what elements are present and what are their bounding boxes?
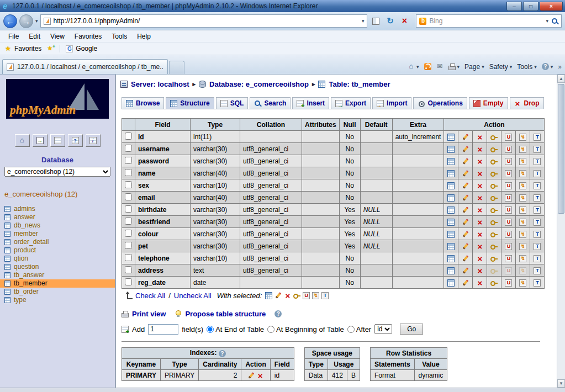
tab-drop[interactable]: Drop: [510, 97, 544, 109]
scrollbar-thumb[interactable]: [558, 84, 564, 214]
logout-button[interactable]: [33, 134, 47, 147]
unique-icon[interactable]: [505, 170, 512, 177]
menu-edit[interactable]: Edit: [24, 31, 45, 42]
drop-icon[interactable]: [476, 206, 483, 214]
row-checkbox[interactable]: [125, 205, 132, 213]
browser-tab[interactable]: 127.0.0.1 / localhost / e_comerceoilshop…: [2, 59, 168, 74]
primary-icon[interactable]: [490, 134, 498, 141]
fulltext-icon[interactable]: [534, 206, 541, 214]
browse-icon[interactable]: [447, 206, 455, 214]
tab-import[interactable]: Import: [372, 97, 411, 109]
history-dropdown-caret[interactable]: ▾: [35, 18, 38, 24]
read-mail-button[interactable]: [436, 63, 443, 70]
index-icon[interactable]: [519, 255, 526, 262]
vertical-scrollbar[interactable]: ▲ ▼: [557, 75, 565, 388]
fulltext-icon[interactable]: [534, 255, 541, 262]
unique-icon[interactable]: [505, 146, 512, 153]
change-icon[interactable]: [462, 267, 469, 274]
url-input[interactable]: [54, 17, 359, 25]
new-tab-button[interactable]: [169, 61, 184, 74]
print-button[interactable]: ▾: [448, 63, 460, 70]
sidebar-table-product[interactable]: product: [0, 246, 115, 255]
index-icon[interactable]: [519, 219, 526, 226]
index-icon[interactable]: [519, 267, 526, 274]
indexes-help-icon[interactable]: [219, 350, 226, 357]
drop-icon[interactable]: [476, 158, 483, 165]
edit-index-icon[interactable]: [247, 372, 255, 379]
change-icon[interactable]: [462, 170, 469, 177]
fulltext-icon[interactable]: [534, 219, 541, 226]
horizontal-scrollbar[interactable]: [0, 388, 565, 392]
drop-icon[interactable]: [476, 255, 483, 262]
menu-help[interactable]: Help: [132, 31, 156, 42]
safety-menu[interactable]: Safety▾: [489, 63, 513, 71]
drop-icon[interactable]: [476, 267, 483, 274]
unique-icon[interactable]: [505, 231, 512, 238]
sidebar-table-qtion[interactable]: qtion: [0, 255, 115, 263]
minimize-button[interactable]: –: [506, 2, 522, 11]
change-icon[interactable]: [462, 158, 469, 165]
sidebar-table-tb_answer[interactable]: tb_answer: [0, 271, 115, 279]
sidebar-table-answer[interactable]: answer: [0, 213, 115, 221]
sidebar-table-question[interactable]: question: [0, 263, 115, 271]
menu-favorites[interactable]: Favorites: [70, 31, 107, 42]
fulltext-icon[interactable]: [534, 243, 541, 250]
with-selected-drop-icon[interactable]: [284, 292, 291, 299]
tab-browse[interactable]: Browse: [122, 97, 164, 109]
primary-icon[interactable]: [490, 231, 498, 238]
with-selected-browse-icon[interactable]: [265, 292, 272, 299]
search-input[interactable]: [445, 17, 543, 25]
row-checkbox[interactable]: [125, 133, 132, 140]
add-favorite-icon[interactable]: [47, 45, 54, 52]
row-checkbox[interactable]: [125, 145, 132, 152]
with-selected-fulltext-icon[interactable]: [321, 292, 329, 299]
favorite-google[interactable]: Google: [66, 45, 97, 52]
index-icon[interactable]: [519, 146, 526, 153]
row-checkbox[interactable]: [125, 169, 132, 176]
browse-icon[interactable]: [447, 146, 455, 153]
fulltext-icon[interactable]: [534, 170, 541, 177]
maximize-button[interactable]: □: [523, 2, 538, 11]
change-icon[interactable]: [462, 243, 469, 250]
index-icon[interactable]: [519, 206, 526, 214]
propose-structure-link[interactable]: Propose table structure: [185, 310, 266, 318]
tab-insert[interactable]: Insert: [292, 97, 329, 109]
search-icon[interactable]: [551, 18, 558, 25]
sidebar-table-member[interactable]: member: [0, 230, 115, 238]
primary-icon[interactable]: [490, 170, 498, 177]
compatibility-view-button[interactable]: [369, 15, 382, 27]
drop-icon[interactable]: [476, 170, 483, 177]
breadcrumb-server[interactable]: Server: localhost: [131, 80, 189, 88]
feeds-button[interactable]: [424, 63, 431, 70]
drop-icon[interactable]: [476, 279, 483, 287]
sidebar-table-type[interactable]: type: [0, 296, 115, 304]
help-button[interactable]: ▾: [542, 63, 553, 70]
sidebar-table-tb_order[interactable]: tb_order: [0, 288, 115, 296]
index-icon[interactable]: [519, 243, 526, 250]
browse-icon[interactable]: [447, 267, 455, 274]
change-icon[interactable]: [462, 255, 469, 262]
drop-index-icon[interactable]: [257, 372, 264, 379]
row-checkbox[interactable]: [125, 278, 132, 285]
phpmyadmin-logo[interactable]: phpMyAdmin: [6, 79, 109, 119]
primary-icon[interactable]: [490, 219, 498, 226]
index-icon[interactable]: [519, 182, 526, 189]
fulltext-icon[interactable]: [534, 158, 541, 165]
row-checkbox[interactable]: [125, 193, 132, 200]
unique-icon[interactable]: [505, 267, 512, 274]
with-selected-index-icon[interactable]: [312, 292, 319, 299]
index-icon[interactable]: [519, 170, 526, 177]
url-dropdown-caret[interactable]: ▾: [362, 18, 365, 24]
fulltext-icon[interactable]: [534, 231, 541, 238]
unique-icon[interactable]: [505, 206, 512, 214]
back-button[interactable]: ←: [3, 14, 17, 28]
fulltext-icon[interactable]: [534, 279, 541, 287]
change-icon[interactable]: [462, 279, 469, 287]
tab-sql[interactable]: SQL: [216, 97, 249, 109]
drop-icon[interactable]: [476, 134, 483, 141]
unique-icon[interactable]: [505, 194, 512, 202]
forward-button[interactable]: →: [19, 14, 33, 28]
drop-icon[interactable]: [476, 194, 483, 202]
drop-icon[interactable]: [476, 219, 483, 226]
tab-search[interactable]: Search: [250, 97, 291, 109]
